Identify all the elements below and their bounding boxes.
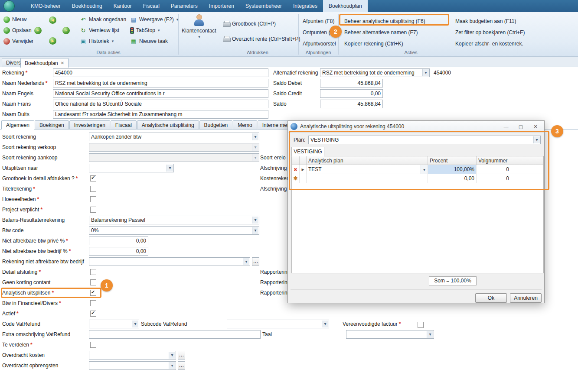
balans-resultatenrekening-label: Balans-Resultatenrekening [2,216,65,224]
niet-aftrekbare-btw-bedrijf-input[interactable]: 0,00 [89,247,148,256]
subcode-vatrefund-select[interactable] [227,320,329,328]
dropdown-arrow-icon[interactable] [421,165,428,174]
app-icon [291,123,297,130]
column-analytisch-plan[interactable]: Analytisch plan [307,156,428,165]
analytisch-uitsplitsen-label: Analytisch uitsplitsen* [2,288,54,297]
required-asterisk: * [37,196,39,202]
ellipsis-button[interactable] [178,351,185,360]
rekening-niet-aftrekbare-label: Rekening niet aftrekbare btw bedrijf [2,257,84,266]
btw-code-select[interactable]: 0% [89,226,259,235]
soort-rekening-verkoop-select[interactable] [89,143,259,152]
dropdown-arrow-icon [132,321,138,327]
project-verplicht-checkbox[interactable] [90,207,96,213]
uitsplitsen-naar-select[interactable] [89,164,174,172]
dropdown-arrow-icon [322,321,328,327]
code-vatrefund-select[interactable] [89,320,139,328]
analytisch-uitsplitsen-checkbox[interactable] [90,290,96,296]
uitsplitsen-naar-label: Uitsplitsen naar [2,164,38,172]
analytische-uitsplitsing-dialog: Analytische uitsplitsing voor rekening 4… [287,120,545,303]
required-asterisk: * [66,238,68,244]
maximize-button[interactable] [515,124,527,130]
row-marker-cell: ▶ [300,165,307,174]
detail-afsluiting-checkbox[interactable] [90,269,96,275]
close-tab-icon[interactable] [61,61,64,65]
header-filler [511,156,543,165]
minimize-button[interactable] [500,124,512,129]
titelrekening-checkbox[interactable] [90,186,96,192]
geen-korting-contant-checkbox[interactable] [90,279,96,285]
delete-row-icon[interactable]: ✖ [292,165,299,174]
plan-value: TEST [308,165,426,174]
dropdown-arrow-icon [252,133,258,140]
dialog-separator [291,289,542,290]
dropdown-arrow-icon [252,144,258,151]
te-verdelen-label: Te verdelen* [2,340,33,349]
row-delete-cell[interactable]: ✖ [292,165,300,174]
te-verdelen-checkbox[interactable] [90,342,96,348]
column-procent[interactable]: Procent [428,156,477,165]
required-asterisk: * [39,269,41,275]
actief-checkbox[interactable] [90,311,96,317]
grootboek-detail-label: Grootboek in detail afdrukken ?* [2,174,78,183]
required-asterisk: * [30,342,33,348]
plan-value: VESTIGING [309,136,540,144]
filler-cell [511,174,543,183]
annuleren-button[interactable]: Annuleren [510,293,542,303]
procent-cell[interactable]: 100,00% [428,165,477,174]
ok-button[interactable]: Ok [475,293,507,303]
annotation-badge-1: 1 [101,279,113,292]
balans-resultatenrekening-select[interactable]: Balansrekening Passief [89,216,259,224]
hoeveelheden-checkbox[interactable] [90,196,96,202]
dropdown-arrow-icon [427,331,433,338]
grid-row[interactable]: ✱0,000 [292,174,543,183]
extra-omschrijving-vatrefund-input[interactable] [89,330,261,339]
tab-boekhoudplan[interactable]: Boekhoudplan [20,58,69,68]
volgnummer-cell[interactable]: 0 [477,165,511,174]
dialog-title: Analytische uitsplitsing voor rekening 4… [300,123,497,130]
dialog-titlebar[interactable]: Analytische uitsplitsing voor rekening 4… [288,121,544,133]
new-row-icon: ✱ [292,174,299,183]
grid-row[interactable]: ✖▶TEST100,00%0 [292,165,543,174]
dropdown-arrow-icon [252,217,258,224]
ellipsis-button[interactable] [252,257,259,266]
soort-rekening-select[interactable]: Aankopen zonder btw [89,133,259,141]
vestiging-tab[interactable]: VESTIGING [291,147,324,156]
taal-select[interactable] [346,330,434,339]
filler-cell [511,165,543,174]
project-verplicht-label: Project verplicht* [2,205,42,214]
taal-label: Taal [262,330,272,339]
niet-aftrekbare-btw-prive-input[interactable]: 0,00 [89,236,148,245]
close-button[interactable] [529,124,542,130]
grootboek-detail-checkbox[interactable] [90,175,96,181]
overdracht-opbrengsten-select[interactable] [89,361,176,370]
som-box: Som = 100,00% [429,276,477,285]
soort-rekening-value: Aankopen zonder btw [89,133,259,141]
btw-financieel-divers-checkbox[interactable] [90,300,96,306]
overdracht-kosten-select[interactable] [89,351,176,360]
vereenvoudigde-factuur-checkbox[interactable] [418,322,424,328]
dropdown-arrow-icon [167,165,173,172]
niet-aftrekbare-btw-bedrijf-label: Niet aftrekbare btw bedrijf %* [2,247,71,256]
plan-cell[interactable]: TEST [307,165,428,174]
volgnummer-cell[interactable]: 0 [477,174,511,183]
tab-boekhoudplan-label: Boekhoudplan [25,59,58,68]
hoeveelheden-label: Hoeveelheden* [2,195,39,204]
plan-select[interactable]: VESTIGING [308,136,541,144]
right-label: Rapportering [260,288,287,297]
column-volgnummer[interactable]: Volgnummer [477,156,511,165]
annotation-badge-2: 2 [330,26,342,38]
plan-label: Plan: [294,136,305,144]
rekening-niet-aftrekbare-select[interactable] [89,257,250,266]
procent-cell[interactable]: 0,00 [428,174,477,183]
dropdown-arrow-icon [169,362,175,369]
ellipsis-button[interactable] [178,361,185,370]
soort-rekening-label: Soort rekening [2,133,36,141]
plan-cell[interactable] [307,174,428,183]
titelrekening-label: Titelrekening* [2,185,35,193]
right-label: Kostenreker [260,174,287,183]
tab-algemeen[interactable]: Algemeen [1,120,34,130]
required-asterisk: * [16,311,19,317]
extra-omschrijving-vatrefund-label: Extra omschrijving VatRefund [2,330,70,339]
soort-rekening-aankoop-select[interactable] [89,153,259,162]
dropdown-arrow-icon [252,154,258,161]
